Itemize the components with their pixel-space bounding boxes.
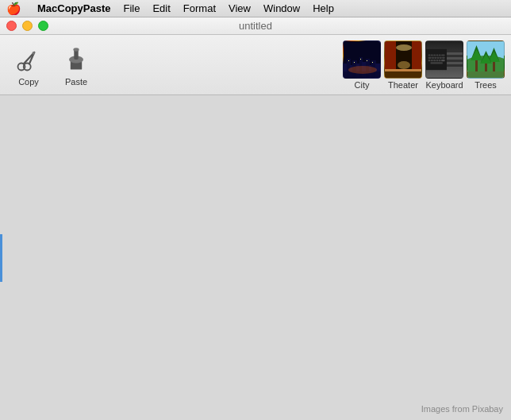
city-label: City (355, 80, 370, 90)
svg-rect-66 (467, 71, 505, 79)
svg-point-8 (73, 48, 79, 52)
theater-image (384, 40, 422, 79)
menubar-format[interactable]: Format (177, 2, 222, 16)
paste-tool[interactable]: Paste (54, 40, 98, 90)
svg-rect-52 (439, 60, 441, 61)
left-accent-bar (0, 234, 2, 282)
svg-rect-46 (440, 56, 442, 58)
svg-rect-53 (441, 60, 444, 61)
copy-icon (13, 44, 44, 75)
watermark-text: Images from Pixabay (421, 404, 503, 414)
menubar-file[interactable]: File (117, 2, 146, 16)
toolbar-thumbnails: City Theater (343, 40, 505, 90)
titlebar: untitled (0, 17, 511, 35)
svg-rect-22 (354, 62, 355, 63)
svg-point-27 (348, 66, 377, 74)
svg-rect-40 (439, 54, 441, 56)
keyboard-image (425, 40, 463, 79)
svg-rect-38 (433, 54, 436, 56)
svg-rect-39 (436, 54, 439, 56)
toolbar-left: Copy Paste (6, 40, 98, 90)
svg-point-34 (398, 61, 410, 69)
svg-rect-45 (437, 56, 440, 58)
svg-rect-54 (430, 62, 442, 64)
close-button[interactable] (6, 21, 17, 31)
trees-image (467, 40, 505, 79)
svg-rect-47 (442, 56, 444, 58)
thumbnail-trees[interactable]: Trees (467, 40, 505, 90)
keyboard-label: Keyboard (425, 80, 463, 90)
svg-rect-44 (434, 56, 436, 58)
copy-tool[interactable]: Copy (6, 40, 51, 90)
svg-rect-21 (348, 60, 349, 61)
svg-rect-23 (360, 59, 361, 60)
svg-point-31 (396, 44, 412, 51)
svg-rect-49 (431, 60, 433, 61)
apple-menu-icon[interactable]: 🍎 (6, 2, 21, 16)
svg-rect-50 (433, 60, 436, 61)
paste-label: Paste (65, 77, 87, 87)
menubar-window[interactable]: Window (257, 2, 306, 16)
svg-rect-42 (428, 56, 432, 58)
menubar-edit[interactable]: Edit (146, 2, 176, 16)
svg-rect-33 (385, 69, 422, 71)
thumbnail-city[interactable]: City (343, 40, 381, 90)
theater-label: Theater (388, 80, 418, 90)
svg-rect-48 (428, 60, 431, 61)
menubar-help[interactable]: Help (306, 2, 340, 16)
svg-point-4 (33, 52, 36, 55)
menubar-view[interactable]: View (222, 2, 257, 16)
paste-icon (60, 44, 92, 75)
city-image (343, 40, 381, 79)
menubar: 🍎 MacCopyPaste File Edit Format View Win… (0, 0, 511, 17)
toolbar: Copy Paste (0, 35, 511, 95)
maximize-button[interactable] (38, 21, 48, 31)
main-content: Images from Pixabay (0, 95, 511, 420)
trees-label: Trees (474, 80, 497, 90)
svg-rect-41 (441, 54, 444, 56)
minimize-button[interactable] (22, 21, 33, 31)
svg-rect-36 (428, 54, 431, 56)
svg-rect-24 (367, 60, 367, 61)
thumbnail-keyboard[interactable]: Keyboard (425, 40, 463, 90)
copy-label: Copy (18, 77, 39, 87)
thumbnail-theater[interactable]: Theater (384, 40, 422, 90)
svg-rect-37 (431, 54, 433, 56)
svg-rect-43 (432, 56, 434, 58)
menubar-app-name[interactable]: MacCopyPaste (31, 2, 117, 16)
svg-rect-51 (436, 60, 439, 61)
svg-rect-25 (372, 62, 373, 63)
window-title: untitled (239, 20, 272, 32)
window-controls (6, 21, 48, 31)
